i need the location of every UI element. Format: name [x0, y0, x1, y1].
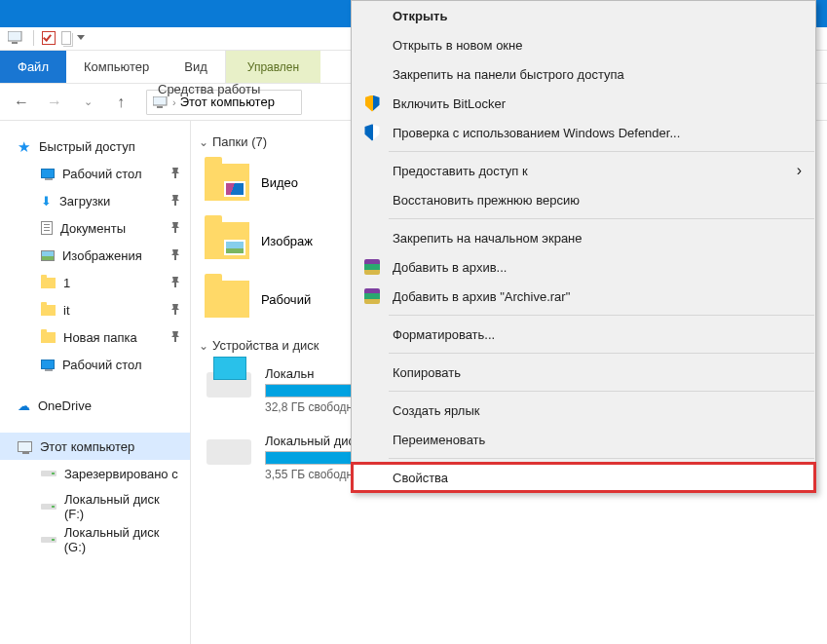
folder-big-icon [205, 281, 249, 318]
ctx-pin-start[interactable]: Закрепить на начальном экране [352, 223, 815, 252]
tab-view[interactable]: Вид [167, 51, 225, 83]
ctx-label: Добавить в архив... [393, 260, 507, 275]
sidebar-item-folder-it[interactable]: it [16, 296, 190, 323]
folder-icon [41, 332, 56, 343]
document-icon [41, 221, 53, 235]
ctx-separator [389, 391, 814, 392]
pin-icon [170, 277, 180, 288]
sidebar-item-documents[interactable]: Документы [16, 214, 190, 242]
sidebar-drive-f[interactable]: Локальный диск (F:) [16, 493, 190, 520]
ctx-defender[interactable]: Проверка с использованием Windows Defend… [352, 118, 815, 147]
ctx-open-new-window[interactable]: Открыть в новом окне [352, 30, 815, 59]
folder-icon [41, 278, 56, 288]
nav-back-button[interactable]: ← [8, 89, 35, 116]
ctx-label: Переименовать [393, 433, 485, 447]
pc-icon [153, 96, 169, 108]
ctx-label: Включить BitLocker [393, 96, 506, 111]
ctx-share[interactable]: Предоставить доступ к› [352, 156, 815, 185]
sidebar-item-desktop[interactable]: Рабочий стол [16, 160, 190, 187]
pin-icon [170, 168, 180, 179]
file-menu-tab[interactable]: Файл [0, 51, 66, 83]
ctx-format[interactable]: Форматировать... [352, 320, 815, 349]
sidebar-onedrive[interactable]: ☁ OneDrive [0, 392, 190, 419]
folder-big-icon [205, 164, 249, 201]
ctx-label: Открыть в новом окне [393, 38, 522, 53]
ctx-properties[interactable]: Свойства [352, 463, 815, 492]
breadcrumb-location[interactable]: Этот компьютер [180, 95, 275, 109]
drive-icon [41, 537, 56, 543]
svg-rect-9 [174, 310, 176, 315]
ctx-copy[interactable]: Копировать [352, 358, 815, 387]
sidebar-item-label: Документы [60, 221, 126, 236]
star-icon: ★ [18, 138, 33, 154]
ctx-pin-quick-access[interactable]: Закрепить на панели быстрого доступа [352, 59, 815, 89]
ctx-label: Добавить в архив "Archive.rar" [393, 289, 570, 304]
nav-recent-chevron-icon[interactable]: ⌄ [74, 89, 101, 116]
svg-rect-7 [174, 255, 176, 260]
pictures-icon [41, 250, 55, 261]
desktop-icon [41, 360, 55, 369]
qat-properties-icon[interactable] [42, 31, 56, 45]
group-header-label: Устройства и диск [212, 338, 320, 353]
desktop-icon [41, 169, 55, 178]
sidebar-item-downloads[interactable]: ⬇ Загрузки [16, 187, 190, 214]
ctx-restore-previous[interactable]: Восстановить прежнюю версию [352, 185, 815, 214]
winrar-icon [363, 258, 381, 276]
sidebar-item-pictures[interactable]: Изображения [16, 242, 190, 269]
sidebar-this-pc[interactable]: Этот компьютер [0, 433, 190, 460]
tile-label: Видео [261, 175, 298, 190]
ctx-separator [389, 218, 814, 219]
ctx-label: Форматировать... [393, 327, 495, 342]
tab-computer[interactable]: Компьютер [66, 51, 167, 83]
ctx-create-shortcut[interactable]: Создать ярлык [352, 396, 815, 425]
ctx-separator [389, 315, 814, 316]
sidebar-quick-access[interactable]: ★ Быстрый доступ [0, 133, 190, 160]
ctx-open[interactable]: Открыть [352, 1, 815, 30]
sidebar-item-desktop-2[interactable]: Рабочий стол [16, 351, 190, 378]
download-icon: ⬇ [41, 194, 52, 208]
ctx-separator [389, 458, 814, 459]
tab-drive-tools[interactable]: Средства работы [140, 82, 278, 96]
sidebar-item-label: Рабочий стол [62, 167, 142, 181]
qat-new-folder-icon[interactable] [61, 31, 71, 45]
drive-icon [41, 504, 56, 510]
ctx-label: Свойства [393, 471, 448, 485]
ctx-add-archive-rar[interactable]: Добавить в архив "Archive.rar" [352, 282, 815, 311]
breadcrumb-chevron-icon[interactable]: › [172, 96, 176, 108]
sidebar-drive-g[interactable]: Локальный диск (G:) [16, 526, 190, 553]
sidebar-item-label: Загрузки [59, 194, 110, 208]
sidebar-item-label: Локальный диск (G:) [64, 525, 182, 554]
sidebar-item-new-folder[interactable]: Новая папка [16, 323, 190, 351]
ctx-label: Закрепить на панели быстрого доступа [393, 67, 624, 82]
sidebar-item-label: Рабочий стол [62, 358, 142, 372]
svg-rect-5 [174, 201, 176, 206]
svg-rect-3 [157, 106, 163, 108]
nav-up-button[interactable]: ↑ [107, 89, 134, 116]
svg-rect-10 [174, 337, 176, 342]
ctx-add-archive[interactable]: Добавить в архив... [352, 252, 815, 282]
winrar-icon [363, 287, 381, 305]
chevron-down-icon: ⌄ [199, 137, 208, 147]
ctx-label: Копировать [393, 365, 461, 380]
qat-customize-chevron-icon[interactable] [77, 35, 85, 41]
shield-yellow-icon [363, 95, 381, 112]
svg-rect-6 [174, 228, 176, 233]
folder-big-icon [205, 222, 249, 259]
group-header-label: Папки (7) [212, 134, 267, 149]
sidebar-item-label: Новая папка [63, 330, 137, 345]
ctx-label: Закрепить на начальном экране [393, 231, 583, 246]
sidebar-item-folder-1[interactable]: 1 [16, 269, 190, 296]
contextual-tab-label: Управлен [247, 60, 299, 74]
sidebar-label: OneDrive [38, 398, 92, 413]
pin-icon [170, 304, 180, 316]
chevron-down-icon: ⌄ [199, 341, 208, 351]
sidebar-drive-reserved[interactable]: Зарезервировано с [16, 460, 190, 487]
ctx-rename[interactable]: Переименовать [352, 425, 815, 454]
ctx-label: Предоставить доступ к [393, 164, 528, 178]
ctx-label: Восстановить прежнюю версию [393, 193, 580, 208]
ctx-bitlocker[interactable]: Включить BitLocker [352, 89, 815, 118]
nav-forward-button[interactable]: → [41, 89, 68, 116]
qat-separator [33, 30, 34, 46]
ctx-label: Проверка с использованием Windows Defend… [393, 126, 680, 140]
svg-rect-8 [174, 283, 176, 287]
